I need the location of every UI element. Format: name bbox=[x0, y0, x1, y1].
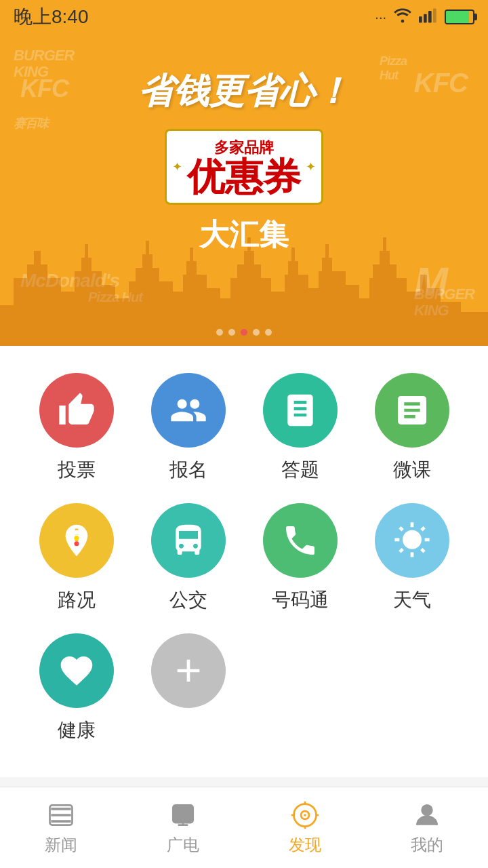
bus-label: 公交 bbox=[169, 587, 207, 613]
dot-3[interactable] bbox=[241, 329, 247, 336]
bus-icon bbox=[151, 503, 226, 578]
vote-label: 投票 bbox=[58, 457, 96, 483]
status-time: 晚上8:40 bbox=[14, 4, 89, 30]
svg-rect-0 bbox=[419, 16, 422, 22]
discover-icon bbox=[288, 800, 322, 830]
svg-point-17 bbox=[304, 814, 306, 816]
grid-empty-1 bbox=[249, 633, 351, 743]
grid-row-1: 投票 报名 答题 微课 bbox=[20, 373, 468, 483]
grid-row-3: + 健康 bbox=[20, 633, 468, 743]
banner: BURGERKING KFC PizzaHut KFC M BURGERKING… bbox=[0, 34, 488, 346]
grid-item-quiz[interactable]: 答题 bbox=[249, 373, 351, 483]
nav-item-broadcast[interactable]: 广电 bbox=[122, 800, 244, 856]
grid-item-bus[interactable]: 公交 bbox=[138, 503, 239, 613]
status-bar: 晚上8:40 ··· bbox=[0, 0, 488, 34]
weather-label: 天气 bbox=[393, 587, 431, 613]
news-icon bbox=[44, 800, 78, 830]
dot-1[interactable] bbox=[216, 329, 223, 336]
svg-rect-2 bbox=[428, 11, 432, 23]
traffic-label: 路况 bbox=[58, 587, 96, 613]
nav-item-profile[interactable]: 我的 bbox=[366, 800, 488, 856]
svg-point-18 bbox=[422, 805, 432, 815]
svg-point-5 bbox=[74, 536, 79, 540]
grid-empty-2 bbox=[361, 633, 463, 743]
svg-rect-3 bbox=[433, 8, 436, 22]
profile-label: 我的 bbox=[411, 834, 443, 856]
nav-item-news[interactable]: 新闻 bbox=[0, 800, 122, 856]
grid-item-microcourse[interactable]: 微课 bbox=[361, 373, 463, 483]
svg-point-4 bbox=[74, 530, 79, 535]
grid-item-add[interactable] bbox=[138, 633, 239, 743]
subway-watermark: 赛百味 bbox=[14, 115, 48, 132]
broadcast-icon bbox=[166, 800, 200, 830]
quiz-label: 答题 bbox=[281, 457, 319, 483]
health-label: 健康 bbox=[58, 717, 96, 743]
discover-label: 发现 bbox=[289, 834, 321, 856]
svg-text:+: + bbox=[68, 667, 74, 677]
banner-voucher-box: 多家品牌 优惠券 bbox=[165, 129, 323, 205]
grid-item-vote[interactable]: 投票 bbox=[26, 373, 127, 483]
battery-icon bbox=[445, 9, 474, 24]
signal-icon bbox=[419, 8, 438, 26]
health-icon: + bbox=[39, 633, 114, 708]
grid-item-weather[interactable]: 天气 bbox=[361, 503, 463, 613]
book-icon bbox=[263, 373, 338, 448]
notebook-icon bbox=[375, 373, 449, 448]
grid-section: 投票 报名 答题 微课 路况 bbox=[0, 346, 488, 777]
banner-title1: 省钱更省心！ bbox=[54, 68, 434, 115]
dot-4[interactable] bbox=[253, 329, 260, 336]
news-label: 新闻 bbox=[45, 834, 77, 856]
banner-collection: 大汇集 bbox=[54, 215, 434, 255]
traffic-icon bbox=[39, 503, 114, 578]
add-icon bbox=[151, 633, 226, 708]
banner-content: 省钱更省心！ 多家品牌 优惠券 大汇集 bbox=[54, 68, 434, 255]
callid-label: 号码通 bbox=[272, 587, 329, 613]
banner-dots bbox=[216, 329, 272, 336]
wifi-icon bbox=[393, 8, 412, 26]
register-label: 报名 bbox=[169, 457, 207, 483]
profile-icon bbox=[410, 800, 444, 830]
dots-icon: ··· bbox=[375, 9, 386, 25]
thumbs-up-icon bbox=[39, 373, 114, 448]
svg-rect-1 bbox=[424, 14, 427, 22]
weather-icon bbox=[375, 503, 449, 578]
grid-row-2: 路况 公交 号码通 天气 bbox=[20, 503, 468, 613]
broadcast-label: 广电 bbox=[167, 834, 199, 856]
grid-item-traffic[interactable]: 路况 bbox=[26, 503, 127, 613]
nav-item-discover[interactable]: 发现 bbox=[244, 800, 366, 856]
microcourse-label: 微课 bbox=[393, 457, 431, 483]
group-icon bbox=[151, 373, 226, 448]
grid-item-register[interactable]: 报名 bbox=[138, 373, 239, 483]
banner-voucher-text: 优惠券 bbox=[187, 158, 301, 196]
phone-icon bbox=[263, 503, 338, 578]
dot-2[interactable] bbox=[228, 329, 235, 336]
status-icons: ··· bbox=[375, 8, 474, 26]
dot-5[interactable] bbox=[265, 329, 272, 336]
bottom-nav: 新闻 广电 发现 bbox=[0, 787, 488, 868]
grid-item-health[interactable]: + 健康 bbox=[26, 633, 127, 743]
grid-item-callid[interactable]: 号码通 bbox=[249, 503, 351, 613]
svg-point-6 bbox=[74, 541, 79, 546]
